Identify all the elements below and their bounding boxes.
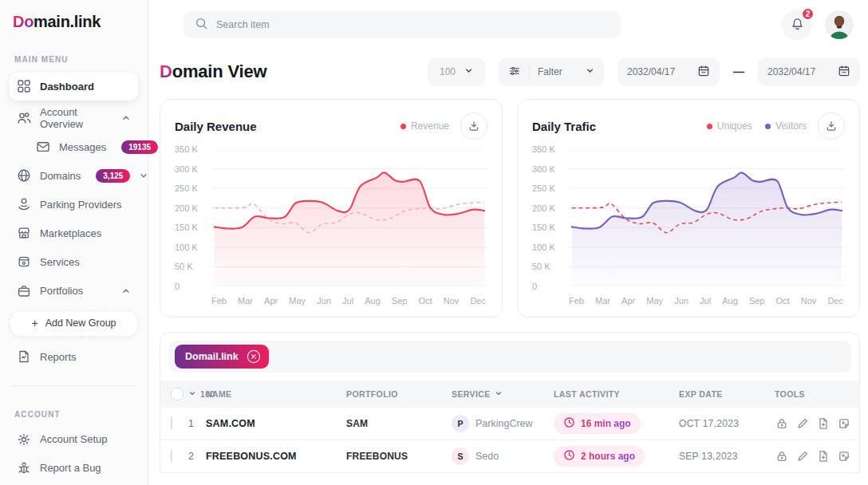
search-bar[interactable] xyxy=(183,11,621,38)
sidebar-item-account-overview[interactable]: Account Overview xyxy=(10,106,138,130)
sidebar-item-messages[interactable]: Messages 19135 xyxy=(29,136,138,159)
legend-dot-icon xyxy=(707,124,712,129)
title-rest: omain View xyxy=(172,61,267,81)
chevron-down-icon xyxy=(586,66,594,77)
bug-icon xyxy=(17,461,31,475)
service-cell: P ParkingCrew xyxy=(452,415,554,432)
x-tick-label: Oct xyxy=(419,296,432,306)
sidebar-item-domains[interactable]: Domains 3,125 xyxy=(10,164,138,187)
sidebar-item-report-a-bug[interactable]: Report a Bug xyxy=(10,456,138,479)
x-tick-label: Dec xyxy=(827,296,843,306)
page-content: Domain View 100 Falter xyxy=(148,46,868,473)
clock-icon xyxy=(563,449,575,464)
sidebar-item-account-setup[interactable]: Account Setup xyxy=(10,428,138,451)
row-checkbox[interactable] xyxy=(171,416,172,431)
download-button[interactable] xyxy=(460,112,487,140)
x-tick-label: May xyxy=(289,296,306,306)
chart-legend: UniquesVisitors xyxy=(707,120,807,132)
page-size-select[interactable]: 100 xyxy=(428,57,485,86)
col-portfolio[interactable]: PORTFOLIO xyxy=(346,389,452,399)
tools-cell xyxy=(775,449,851,463)
page-size-value: 100 xyxy=(440,66,456,77)
sidebar: Domain.link MAIN MENU Dashboard Account … xyxy=(0,0,148,485)
clock-icon xyxy=(563,416,575,432)
file-add-icon[interactable] xyxy=(816,449,831,463)
grid-icon xyxy=(17,79,31,93)
last-activity-badge: 16 min ago xyxy=(554,413,641,434)
y-tick-label: 0 xyxy=(532,282,537,291)
sidebar-item-label: Account Overview xyxy=(40,106,112,130)
date-to-picker[interactable]: 2032/04/17 xyxy=(758,57,860,86)
export-icon[interactable] xyxy=(837,449,851,463)
x-tick-label: May xyxy=(646,296,663,306)
user-avatar[interactable] xyxy=(825,10,854,39)
col-exp-date[interactable]: EXP DATE xyxy=(679,389,775,399)
sidebar-item-portfolios[interactable]: Portfolios xyxy=(10,279,138,302)
main-menu-label: MAIN MENU xyxy=(14,55,133,64)
row-number: 2 xyxy=(188,451,206,462)
export-icon[interactable] xyxy=(837,416,851,431)
sidebar-item-dashboard[interactable]: Dashboard xyxy=(10,73,138,101)
lock-icon[interactable] xyxy=(775,416,789,431)
y-tick-label: 300 K xyxy=(175,164,198,174)
x-tick-label: Apr xyxy=(621,296,635,306)
sidebar-item-label: Account Setup xyxy=(40,433,108,445)
select-all-checkbox[interactable] xyxy=(171,388,183,400)
filter-chip[interactable]: Domail.link xyxy=(175,345,269,369)
chevron-up-icon[interactable] xyxy=(121,113,131,123)
x-tick-label: Aug xyxy=(722,296,738,306)
search-input[interactable] xyxy=(216,19,610,30)
download-button[interactable] xyxy=(818,112,845,140)
legend-dot-icon xyxy=(765,124,771,129)
y-tick-label: 150 K xyxy=(532,223,555,232)
x-tick-label: Sep xyxy=(749,296,765,306)
x-tick-label: Jul xyxy=(342,296,353,306)
filter-dropdown[interactable]: Falter xyxy=(499,57,604,86)
table-header-row: 100 NAME PORTFOLIO SERVICE LAST ACTIVITY… xyxy=(160,381,859,408)
x-tick-label: Sep xyxy=(392,296,408,306)
sidebar-item-parking-providers[interactable]: Parking Providers xyxy=(10,193,138,216)
chart-title: Daily Trafic xyxy=(532,120,596,133)
col-name[interactable]: NAME xyxy=(206,389,346,399)
row-number: 1 xyxy=(188,418,206,429)
x-tick-label: Feb xyxy=(211,296,227,306)
col-last-activity[interactable]: LAST ACTIVITY xyxy=(554,389,679,399)
exp-date: SEP 13,2023 xyxy=(679,451,775,462)
add-new-group-button[interactable]: + Add New Group xyxy=(10,310,138,337)
sidebar-item-label: Messages xyxy=(59,141,106,153)
close-icon[interactable] xyxy=(246,349,262,365)
store-icon xyxy=(17,226,31,240)
topbar: 2 xyxy=(148,0,868,46)
sidebar-item-label: Domains xyxy=(40,170,81,182)
x-tick-label: Apr xyxy=(264,296,278,306)
date-from-picker[interactable]: 2032/04/17 xyxy=(617,57,720,86)
sidebar-item-marketplaces[interactable]: Marketplaces xyxy=(10,222,138,245)
table-row[interactable]: 1 SAM.COM SAM P ParkingCrew 16 min ago xyxy=(160,408,859,440)
sidebar-item-services[interactable]: Services xyxy=(10,250,138,274)
lock-icon[interactable] xyxy=(775,449,789,463)
chevron-up-icon[interactable] xyxy=(121,286,131,296)
chart-title: Daily Revenue xyxy=(175,120,257,133)
sidebar-item-label: Portfolios xyxy=(40,285,83,297)
sidebar-item-label: Report a Bug xyxy=(40,462,101,474)
file-add-icon[interactable] xyxy=(816,416,831,431)
x-tick-label: Jul xyxy=(700,296,711,306)
table-row[interactable]: 2 FREEBONUS.COM FREEBONUS S Sedo 2 hours… xyxy=(160,440,859,473)
hand-coin-icon xyxy=(17,197,31,211)
y-tick-label: 250 K xyxy=(532,183,555,193)
x-tick-label: Mar xyxy=(238,296,253,306)
notifications-button[interactable]: 2 xyxy=(782,10,812,40)
chevron-down-icon[interactable] xyxy=(139,171,148,180)
col-service[interactable]: SERVICE xyxy=(452,389,554,399)
service-name: ParkingCrew xyxy=(475,418,533,429)
edit-icon[interactable] xyxy=(795,416,810,431)
sidebar-item-reports[interactable]: Reports xyxy=(10,345,138,369)
edit-icon[interactable] xyxy=(795,449,810,463)
x-tick-label: Aug xyxy=(365,296,381,306)
calendar-icon xyxy=(838,65,850,80)
col-tools: TOOLS xyxy=(775,389,849,399)
y-tick-label: 200 K xyxy=(532,203,555,213)
row-count-header[interactable]: 100 xyxy=(188,389,206,399)
x-tick-label: Dec xyxy=(470,296,486,306)
row-checkbox[interactable] xyxy=(171,448,172,463)
